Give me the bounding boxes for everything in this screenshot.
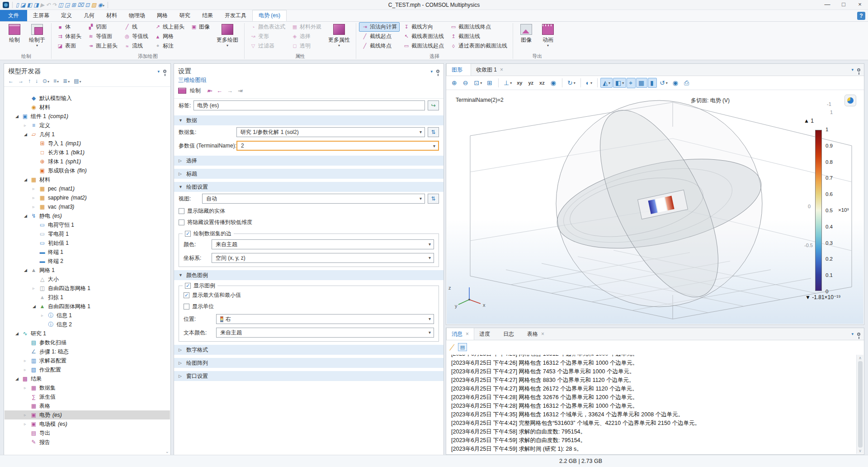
tree-item[interactable]: ◢ ∿ 研究 1 (5, 329, 170, 338)
tree-item[interactable]: ◢ ▩ 结果 (5, 374, 170, 383)
clear-messages-icon[interactable]: ╱ (450, 343, 454, 351)
tree-item[interactable]: ⊕ 球体 1 (sph1) (5, 157, 170, 166)
tree-expander-icon[interactable]: ▹ (33, 186, 38, 191)
panel-menu-icon[interactable]: ▾ (430, 69, 433, 74)
tree-item[interactable]: ◢ ▲ 自由四面体网格 1 (5, 302, 170, 311)
copy-button[interactable]: ◫ (58, 2, 63, 8)
maximize-button[interactable]: □ (835, 0, 852, 10)
close-icon[interactable]: × (541, 331, 544, 337)
tree-item[interactable]: ▣ 形成联合体 (fin) (5, 166, 170, 175)
collapsed-section-header[interactable]: ▷ 窗口设置 (174, 371, 443, 381)
next-plot-button[interactable]: → (227, 87, 233, 94)
ribbon-tab[interactable]: 结果 (196, 10, 219, 21)
tree-expander-icon[interactable]: ◢ (24, 177, 30, 182)
edge-color-select[interactable]: 来自主题 (212, 239, 434, 249)
ribbon-button[interactable]: ⌖标注 (152, 41, 187, 51)
ribbon-tab[interactable]: 物理场 (123, 10, 151, 21)
tree-expander-icon[interactable]: ▹ (24, 123, 30, 128)
ribbon-button[interactable]: ↥截面法线 (448, 32, 510, 41)
tree-item[interactable]: ◢ ▦ 材料 (5, 175, 170, 184)
ribbon-button[interactable]: ╱截线终点 (359, 41, 400, 51)
tree-expander-icon[interactable]: ◢ (24, 132, 30, 137)
scrollbar-thumb[interactable] (858, 361, 863, 448)
graphics-tab[interactable]: 图形 (446, 64, 471, 76)
back-button[interactable]: ← (8, 78, 14, 84)
tree-item[interactable]: ◢ ▱ 几何 1 (5, 130, 170, 139)
ribbon-button[interactable]: ▽过滤器 (247, 41, 288, 51)
tree-expander-icon[interactable]: ▹ (24, 386, 30, 390)
ribbon-button[interactable]: ■体 (54, 22, 84, 32)
tree-item[interactable]: ▹ ▧ 作业配置 (5, 365, 170, 374)
tree-expander-icon[interactable]: ◢ (24, 268, 30, 272)
section-title[interactable]: ▷ 标题 (174, 169, 443, 179)
tree-expander-icon[interactable]: ▹ (24, 413, 30, 417)
ribbon-button[interactable]: ↧截线方向 (401, 22, 447, 32)
tree-item[interactable]: ▹ ▥ 求解器配置 (5, 356, 170, 365)
ribbon-button[interactable]: ╱线 (121, 22, 151, 32)
tree-item[interactable]: ◢ ▣ 组件 1 (comp1) (5, 112, 170, 121)
ribbon-button[interactable]: ◊通过表面的截面法线 (448, 41, 510, 51)
export-image-button[interactable]: 图像 (516, 22, 537, 44)
tree-item[interactable]: ◢ ↯ 静电 (es) (5, 211, 170, 220)
graphics-tab[interactable]: 收敛图 1× (471, 64, 508, 76)
tab-file[interactable]: 文件 (0, 10, 27, 21)
scroll-down-icon[interactable]: ∨ (859, 448, 862, 453)
ribbon-tab[interactable]: 开发工具 (219, 10, 252, 21)
collapsed-section-header[interactable]: ▷ 绘图阵列 (174, 358, 443, 368)
parameter-value-select[interactable]: 2 (236, 141, 439, 151)
tree-expander-icon[interactable]: ◢ (24, 214, 30, 218)
pin-icon[interactable] (436, 70, 439, 73)
tree-item[interactable]: ✎ 报告 (5, 438, 170, 447)
highlight-button[interactable]: ▨ (91, 2, 96, 8)
minimize-button[interactable]: — (819, 0, 835, 10)
ribbon-button[interactable]: ▦材料外观 (289, 22, 324, 32)
messages-tab[interactable]: 进度 (474, 328, 498, 340)
tree-expander-icon[interactable]: ▹ (33, 205, 38, 209)
plot-button[interactable]: 绘制 (4, 22, 25, 44)
ribbon-button[interactable]: ↗线上箭头 (152, 22, 187, 32)
ribbon-tab[interactable]: 定义 (55, 10, 78, 21)
tree-item[interactable]: ▭ 初始值 1 (5, 238, 170, 248)
tree-item[interactable]: ▹ ▦ 数据集 (5, 383, 170, 392)
duplicate-button[interactable]: ⊞ (71, 2, 76, 8)
tree-expander-icon[interactable]: ▹ (24, 367, 30, 372)
collapsed-section-header[interactable]: ▷ 数字格式 (174, 345, 443, 355)
tree-item[interactable]: ▹ ▦ sapphire (mat2) (5, 193, 170, 202)
paste-button[interactable]: ◲ (65, 2, 70, 8)
ribbon-tab[interactable]: 主屏幕 (27, 10, 55, 21)
dataset-select[interactable]: 研究 1/参数化解 1 (sol2) (236, 127, 425, 137)
tree-item[interactable]: ▭ 零电荷 1 (5, 229, 170, 238)
ribbon-tab[interactable]: 电势 (es) (252, 10, 287, 21)
tree-item[interactable]: ▤ 参数化扫描 (5, 338, 170, 347)
messages-tab[interactable]: 日志 (498, 328, 522, 340)
scroll-down-icon[interactable]: ⌄ (165, 449, 169, 454)
tree-item[interactable]: ▹ ▣ 电势 (es) (5, 410, 170, 419)
export-animation-button[interactable]: 动画 ▾ (538, 22, 558, 48)
help-button[interactable]: ? (857, 12, 865, 20)
section-plot-settings[interactable]: ▼ 绘图设置 (174, 182, 443, 192)
previous-plot-button[interactable]: ← (217, 87, 222, 94)
move-down-button[interactable]: ↓ (35, 78, 38, 84)
tree-expander-icon[interactable]: ▹ (41, 313, 47, 318)
section-data[interactable]: ▼ 数据 (174, 115, 443, 125)
panel-menu-icon[interactable]: ▾ (157, 69, 160, 74)
more-plots-button[interactable]: 更多绘图 ▾ (213, 22, 241, 48)
ribbon-button[interactable]: ↝变形 (247, 32, 288, 41)
tree-expander-icon[interactable]: ▹ (33, 286, 38, 291)
tree-expander-icon[interactable]: ◢ (15, 114, 21, 119)
tree-item[interactable]: ∑ 派生值 (5, 392, 170, 401)
run-button[interactable]: ▶ (40, 2, 44, 8)
ribbon-button[interactable]: ▭截面法线起点 (401, 41, 447, 51)
more-attributes-button[interactable]: 更多属性 ▾ (325, 22, 353, 48)
tree-item[interactable]: ▲ 扫掠 1 (5, 293, 170, 302)
close-button[interactable]: × (852, 0, 868, 10)
propagate-hiding-checkbox[interactable] (179, 219, 184, 225)
ribbon-button[interactable]: ▲网格 (152, 32, 187, 41)
ribbon-button[interactable]: ⇥沿法向计算 (359, 22, 400, 32)
ribbon-tab[interactable]: 研究 (174, 10, 196, 21)
tree-item[interactable]: ▹ ▦ vac (mat3) (5, 202, 170, 211)
label-input[interactable]: 电势 (es) (193, 100, 425, 110)
plot-canvas[interactable]: z y x TerminalName(2)=2 多切面: 电势 (V) ▲ 1 … (447, 91, 863, 324)
refresh-solution-button[interactable]: ⇅ (428, 127, 439, 137)
tree-item[interactable]: ▹ ▣ 电场模 (es) (5, 419, 170, 429)
